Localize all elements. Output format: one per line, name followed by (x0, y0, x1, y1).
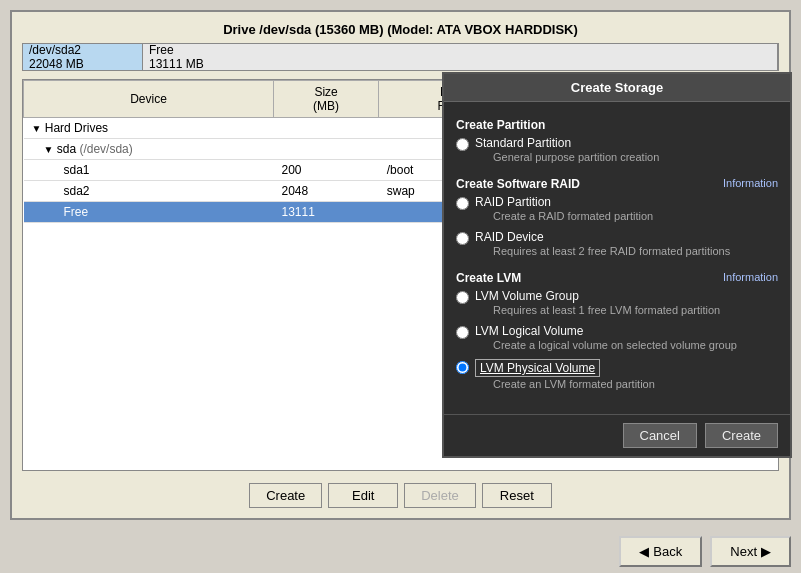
back-label: Back (653, 544, 682, 559)
drive-bar: /dev/sda2 22048 MB Free 13111 MB (22, 43, 779, 71)
device-cell: ▼ sda (/dev/sda) (24, 139, 274, 160)
lvm-pv-desc: Create an LVM formated partition (493, 378, 655, 390)
lvm-section-header: Create LVM Information (456, 265, 778, 289)
raid-info-link[interactable]: Information (723, 177, 778, 189)
next-arrow-icon: ▶ (761, 544, 771, 559)
size-cell: 200 (274, 160, 379, 181)
action-buttons: Create Edit Delete Reset (22, 483, 779, 508)
radio-std-partition-input[interactable] (456, 138, 469, 151)
radio-lvm-pv[interactable]: LVM Physical Volume Create an LVM format… (456, 359, 778, 394)
raid-partition-desc: Create a RAID formated partition (493, 210, 653, 222)
section-partition-title: Create Partition (456, 118, 778, 132)
device-cell: ▼ Hard Drives (24, 118, 274, 139)
radio-lvm-pv-input[interactable] (456, 361, 469, 374)
drive-title: Drive /dev/sda (15360 MB) (Model: ATA VB… (22, 22, 779, 37)
device-cell-free: Free (24, 202, 274, 223)
main-window: Drive /dev/sda (15360 MB) (Model: ATA VB… (10, 10, 791, 520)
drive-segment-free: Free 13111 MB (143, 44, 778, 70)
col-size: Size(MB) (274, 81, 379, 118)
size-cell (274, 139, 379, 160)
col-device: Device (24, 81, 274, 118)
segment-sda2-name: /dev/sda2 (29, 43, 136, 57)
delete-button[interactable]: Delete (404, 483, 476, 508)
modal-cancel-button[interactable]: Cancel (623, 423, 697, 448)
raid-device-label: RAID Device (475, 230, 730, 244)
segment-free-name: Free (149, 43, 771, 57)
next-button[interactable]: Next ▶ (710, 536, 791, 567)
lvm-lv-desc: Create a logical volume on selected volu… (493, 339, 737, 351)
modal-title: Create Storage (444, 74, 790, 102)
modal-body: Create Partition Standard Partition Gene… (444, 102, 790, 408)
std-partition-label: Standard Partition (475, 136, 659, 150)
radio-raid-device[interactable]: RAID Device Requires at least 2 free RAI… (456, 230, 778, 261)
back-button[interactable]: ◀ Back (619, 536, 702, 567)
raid-partition-label: RAID Partition (475, 195, 653, 209)
edit-button[interactable]: Edit (328, 483, 398, 508)
section-lvm-title: Create LVM (456, 271, 521, 285)
radio-raid-partition-input[interactable] (456, 197, 469, 210)
next-label: Next (730, 544, 757, 559)
create-button[interactable]: Create (249, 483, 322, 508)
lvm-info-link[interactable]: Information (723, 271, 778, 283)
modal-footer: Cancel Create (444, 414, 790, 456)
std-partition-desc: General purpose partition creation (493, 151, 659, 163)
lvm-pv-label: LVM Physical Volume (475, 359, 600, 377)
lvm-lv-label: LVM Logical Volume (475, 324, 737, 338)
device-cell: sda2 (24, 181, 274, 202)
size-cell-free: 13111 (274, 202, 379, 223)
raid-device-desc: Requires at least 2 free RAID formated p… (493, 245, 730, 257)
size-cell: 2048 (274, 181, 379, 202)
radio-lvm-vg[interactable]: LVM Volume Group Requires at least 1 fre… (456, 289, 778, 320)
size-cell (274, 118, 379, 139)
reset-button[interactable]: Reset (482, 483, 552, 508)
back-arrow-icon: ◀ (639, 544, 649, 559)
raid-section-header: Create Software RAID Information (456, 171, 778, 195)
lvm-vg-desc: Requires at least 1 free LVM formated pa… (493, 304, 720, 316)
radio-lvm-vg-input[interactable] (456, 291, 469, 304)
radio-lvm-lv[interactable]: LVM Logical Volume Create a logical volu… (456, 324, 778, 355)
create-storage-modal: Create Storage Create Partition Standard… (442, 72, 792, 458)
radio-std-partition[interactable]: Standard Partition General purpose parti… (456, 136, 778, 167)
device-cell: sda1 (24, 160, 274, 181)
section-raid-title: Create Software RAID (456, 177, 580, 191)
segment-free-size: 13111 MB (149, 57, 771, 71)
radio-raid-device-input[interactable] (456, 232, 469, 245)
radio-raid-partition[interactable]: RAID Partition Create a RAID formated pa… (456, 195, 778, 226)
modal-create-button[interactable]: Create (705, 423, 778, 448)
drive-segment-sda2: /dev/sda2 22048 MB (23, 44, 143, 70)
radio-lvm-lv-input[interactable] (456, 326, 469, 339)
lvm-vg-label: LVM Volume Group (475, 289, 720, 303)
nav-buttons: ◀ Back Next ▶ (0, 530, 801, 573)
segment-sda2-size: 22048 MB (29, 57, 136, 71)
